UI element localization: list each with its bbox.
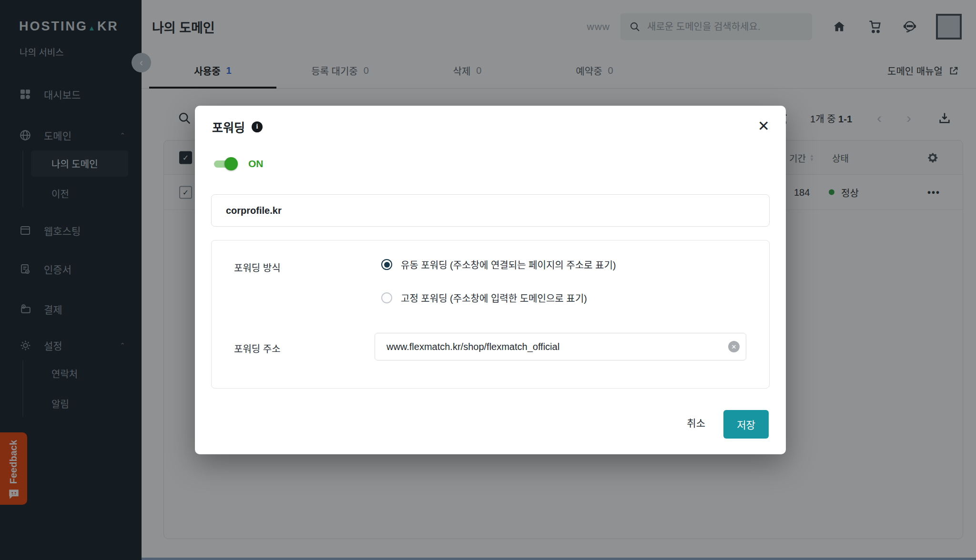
forwarding-toggle-row: ON — [214, 158, 264, 170]
radio-selected-icon — [381, 259, 392, 270]
forwarding-method-label: 포워딩 방식 — [234, 260, 281, 274]
forwarding-toggle[interactable] — [214, 159, 236, 169]
modal-title: 포워딩 i — [212, 118, 263, 135]
radio-dynamic-forwarding[interactable]: 유동 포워딩 (주소창에 연결되는 페이지의 주소로 표기) — [381, 258, 616, 271]
clear-input-icon[interactable]: ✕ — [728, 341, 740, 352]
domain-field[interactable] — [211, 194, 770, 227]
info-icon[interactable]: i — [252, 121, 263, 132]
forwarding-address-label: 포워딩 주소 — [234, 341, 281, 355]
forwarding-settings-section: 포워딩 방식 유동 포워딩 (주소창에 연결되는 페이지의 주소로 표기) 고정… — [211, 240, 770, 389]
toggle-knob — [224, 157, 238, 170]
radio-label: 고정 포워딩 (주소창에 입력한 도메인으로 표기) — [401, 291, 587, 305]
modal-title-text: 포워딩 — [212, 118, 245, 135]
forwarding-modal: 포워딩 i ✕ ON 포워딩 방식 유동 포워딩 (주소창에 연결되는 페이지의… — [195, 106, 786, 454]
radio-unselected-icon — [381, 292, 392, 303]
radio-label: 유동 포워딩 (주소창에 연결되는 페이지의 주소로 표기) — [401, 258, 616, 271]
cancel-button[interactable]: 취소 — [687, 415, 705, 430]
close-icon[interactable]: ✕ — [755, 116, 773, 136]
forwarding-address-wrap: ✕ — [375, 333, 746, 360]
forwarding-address-field[interactable] — [375, 333, 746, 360]
toggle-state-label: ON — [248, 158, 264, 170]
radio-fixed-forwarding[interactable]: 고정 포워딩 (주소창에 입력한 도메인으로 표기) — [381, 291, 587, 305]
save-button[interactable]: 저장 — [723, 410, 769, 439]
